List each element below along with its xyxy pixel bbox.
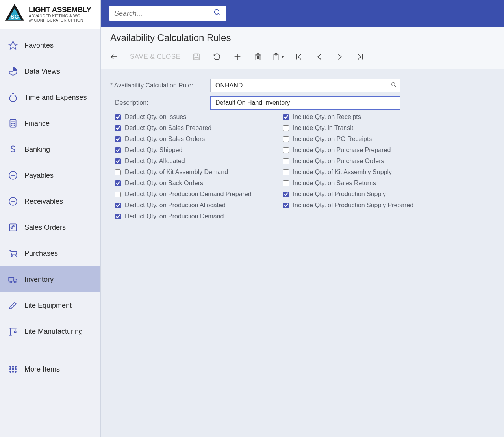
svg-point-4 — [9, 95, 16, 102]
checkbox-label[interactable]: Include Qty. on Purchase Prepared — [293, 147, 391, 154]
desc-input[interactable] — [210, 96, 400, 110]
checkbox-row: Deduct Qty. Allocated — [115, 158, 252, 165]
checkbox-deduct-qty-on-production-demand[interactable] — [115, 214, 121, 219]
sidebar-item-finance[interactable]: Finance — [0, 110, 100, 136]
svg-point-11 — [13, 123, 13, 124]
checkbox-deduct-qty-on-production-demand-prepared[interactable] — [115, 192, 121, 197]
sidebar-item-time-and-expenses[interactable]: Time and Expenses — [0, 84, 100, 110]
deduct-checkbox-column: Deduct Qty. on IssuesDeduct Qty. on Sale… — [115, 113, 252, 220]
first-button[interactable] — [291, 50, 307, 64]
svg-point-40 — [12, 371, 13, 372]
dollar-icon — [8, 144, 18, 154]
checkbox-deduct-qty-shipped[interactable] — [115, 147, 121, 153]
svg-point-37 — [12, 368, 13, 370]
checkbox-include-qty-on-receipts[interactable] — [283, 114, 289, 120]
svg-point-26 — [10, 281, 11, 283]
checkbox-include-qty-on-po-receipts[interactable] — [283, 136, 289, 142]
checkbox-row: Include Qty. on Purchase Prepared — [283, 147, 414, 154]
checkbox-label[interactable]: Deduct Qty. on Sales Orders — [125, 136, 205, 143]
checkbox-label[interactable]: Deduct Qty. on Back Orders — [125, 180, 203, 187]
nav-list: FavoritesData ViewsTime and ExpensesFina… — [0, 29, 100, 437]
svg-line-43 — [219, 14, 220, 16]
checkbox-deduct-qty-on-issues[interactable] — [115, 114, 121, 120]
save-button — [189, 50, 204, 64]
svg-point-14 — [13, 125, 13, 126]
checkbox-label[interactable]: Deduct Qty. on Production Demand Prepare… — [125, 191, 252, 198]
plus-circle-icon — [8, 196, 18, 206]
checkbox-label[interactable]: Deduct Qty. Shipped — [125, 147, 182, 154]
checkbox-label[interactable]: Include Qty. on Purchase Orders — [293, 158, 384, 165]
checkbox-row: Deduct Qty. Shipped — [115, 147, 252, 154]
checkbox-row: Deduct Qty. on Back Orders — [115, 180, 252, 187]
sidebar-item-payables[interactable]: Payables — [0, 162, 100, 188]
checkbox-label[interactable]: Include Qty. on Sales Returns — [293, 180, 376, 187]
svg-marker-3 — [9, 41, 17, 49]
svg-point-15 — [14, 125, 15, 126]
star-icon — [8, 40, 18, 50]
checkbox-deduct-qty-on-sales-orders[interactable] — [115, 136, 121, 142]
sidebar-item-lite-equipment[interactable]: Lite Equipment — [0, 292, 100, 318]
sidebar-item-label: Time and Expenses — [24, 93, 87, 102]
add-button[interactable] — [230, 50, 245, 64]
checkbox-include-qty-of-production-supply[interactable] — [283, 192, 289, 197]
checkbox-deduct-qty-on-sales-prepared[interactable] — [115, 125, 121, 131]
save-close-button: SAVE & CLOSE — [127, 53, 184, 61]
sidebar-item-purchases[interactable]: Purchases — [0, 240, 100, 266]
search-box[interactable] — [109, 6, 226, 21]
sidebar-item-sales-orders[interactable]: Sales Orders — [0, 214, 100, 240]
checkbox-deduct-qty-on-back-orders[interactable] — [115, 180, 121, 186]
checkbox-label[interactable]: Deduct Qty. Allocated — [125, 158, 185, 165]
last-button[interactable] — [352, 50, 368, 64]
back-button[interactable] — [106, 50, 122, 64]
toolbar: SAVE & CLOSE ▼ — [101, 46, 504, 69]
checkbox-label[interactable]: Include Qty. on PO Receipts — [293, 136, 372, 143]
svg-point-38 — [15, 368, 16, 370]
checkbox-row: Include Qty. on PO Receipts — [283, 136, 414, 143]
checkbox-row: Deduct Qty. on Issues — [115, 113, 252, 121]
undo-button[interactable] — [209, 50, 225, 64]
checkbox-include-qty-on-purchase-prepared[interactable] — [283, 147, 289, 153]
checkbox-deduct-qty-of-kit-assembly-demand[interactable] — [115, 169, 121, 175]
svg-point-34 — [12, 366, 13, 367]
sidebar-item-banking[interactable]: Banking — [0, 136, 100, 162]
checkbox-label[interactable]: Deduct Qty. of Kit Assembly Demand — [125, 169, 228, 176]
checkbox-include-qty-in-transit[interactable] — [283, 125, 289, 131]
checkbox-include-qty-on-purchase-orders[interactable] — [283, 158, 289, 164]
desc-label: Description: — [112, 99, 210, 106]
checkbox-deduct-qty-allocated[interactable] — [115, 158, 121, 164]
checkbox-label[interactable]: Include Qty. in Transit — [293, 125, 354, 132]
checkbox-label[interactable]: Include Qty. of Kit Assembly Supply — [293, 169, 392, 176]
checkbox-include-qty-of-production-supply-prepared[interactable] — [283, 203, 289, 208]
brand-subtitle-1: ADVANCED KITTING & WO — [29, 14, 91, 18]
sidebar-item-more[interactable]: More Items — [0, 356, 100, 382]
svg-point-27 — [14, 281, 16, 283]
sidebar-item-lite-manufacturing[interactable]: Lite Manufacturing — [0, 318, 100, 344]
checkbox-label[interactable]: Deduct Qty. on Issues — [125, 113, 186, 121]
next-button[interactable] — [332, 50, 348, 64]
checkbox-label[interactable]: Include Qty. of Production Supply Prepar… — [293, 202, 414, 209]
dots-icon — [8, 364, 18, 374]
prev-button[interactable] — [311, 50, 327, 64]
sidebar-item-favorites[interactable]: Favorites — [0, 32, 100, 58]
lookup-icon[interactable] — [391, 82, 397, 89]
checkbox-include-qty-on-sales-returns[interactable] — [283, 180, 289, 186]
svg-point-24 — [15, 256, 16, 257]
clipboard-dropdown[interactable]: ▼ — [271, 50, 286, 64]
checkbox-label[interactable]: Deduct Qty. on Sales Prepared — [125, 125, 211, 132]
search-input[interactable] — [114, 9, 213, 18]
checkbox-label[interactable]: Include Qty. of Production Supply — [293, 191, 386, 198]
sidebar-item-inventory[interactable]: Inventory — [0, 266, 100, 292]
sidebar-item-receivables[interactable]: Receivables — [0, 188, 100, 214]
rule-input[interactable] — [210, 79, 400, 92]
delete-button[interactable] — [250, 50, 266, 64]
checkbox-label[interactable]: Include Qty. on Receipts — [293, 113, 361, 121]
svg-point-33 — [10, 366, 11, 367]
checkbox-include-qty-of-kit-assembly-supply[interactable] — [283, 169, 289, 175]
checkbox-deduct-qty-on-production-allocated[interactable] — [115, 203, 121, 208]
search-icon[interactable] — [213, 9, 221, 18]
checkbox-label[interactable]: Deduct Qty. on Production Demand — [125, 213, 224, 220]
logo-block: SC LIGHT ASSEMBLY ADVANCED KITTING & WO … — [0, 0, 100, 29]
sidebar-item-data-views[interactable]: Data Views — [0, 58, 100, 84]
checkbox-label[interactable]: Deduct Qty. on Production Allocated — [125, 202, 226, 209]
svg-point-39 — [10, 371, 11, 372]
